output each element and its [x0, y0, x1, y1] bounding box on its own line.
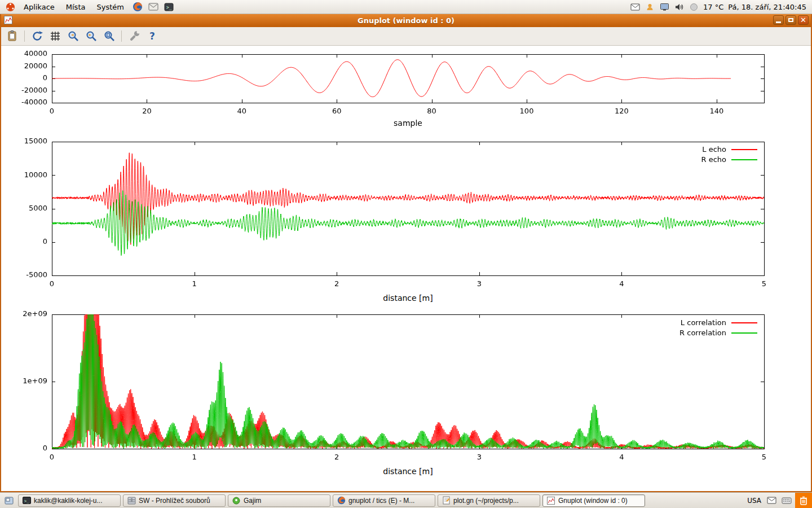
legend-label: R echo	[701, 156, 726, 164]
show-desktop-icon[interactable]	[2, 494, 16, 507]
gnuplot-toolbar: ?	[1, 27, 811, 46]
titlebar[interactable]: Gnuplot (window id : 0) ✕	[1, 14, 811, 27]
legend-label: L correlation	[681, 319, 726, 327]
distributor-logo-icon[interactable]	[5, 1, 16, 12]
toolbar-separator	[24, 30, 25, 42]
plot-area: sample L echo R echo distance [m] L corr…	[1, 46, 811, 491]
firefox-launcher-icon[interactable]	[132, 1, 143, 12]
legend-item: L correlation	[681, 319, 757, 327]
config-icon[interactable]	[126, 29, 142, 44]
taskbar-button-label: Gnuplot (window id : 0)	[558, 497, 641, 505]
editor-icon	[442, 496, 451, 505]
svg-text:>_: >_	[24, 499, 29, 503]
zoom-previous-icon[interactable]	[65, 29, 81, 44]
taskbar-tray: USA	[747, 496, 792, 506]
xlabel-sample: sample	[52, 119, 764, 128]
legend-label: L echo	[702, 146, 726, 154]
svg-text:>_: >_	[166, 5, 172, 10]
desktop: Aplikace Místa Systém >_	[0, 0, 812, 508]
weather-icon[interactable]	[689, 2, 699, 12]
gnome-top-panel: Aplikace Místa Systém >_	[0, 0, 812, 14]
minimize-button[interactable]	[773, 15, 784, 25]
replot-icon[interactable]	[29, 29, 45, 44]
legend-echo: L echo R echo	[701, 146, 757, 164]
panel-status-area: 17 °C Pá, 18. září, 21:40:45	[630, 2, 812, 12]
legend-line-sample	[731, 149, 757, 150]
screenshot-launcher-icon[interactable]: >_	[164, 1, 175, 12]
window-icon	[4, 16, 13, 25]
maximize-button[interactable]	[785, 15, 796, 25]
toolbar-separator	[121, 30, 122, 42]
legend-label: R correlation	[679, 329, 726, 337]
clock[interactable]: Pá, 18. září, 21:40:45	[728, 3, 806, 11]
keyboard-icon[interactable]	[782, 496, 792, 506]
firefox-icon	[337, 496, 346, 505]
volume-icon[interactable]	[674, 2, 684, 12]
taskbar-button-label: gnuplot / tics (E) - M...	[348, 497, 431, 505]
legend-line-sample	[731, 159, 757, 160]
maximize-icon	[788, 18, 793, 22]
keyboard-layout-indicator[interactable]: USA	[747, 497, 761, 505]
taskbar-button-gajim[interactable]: Gajim	[228, 494, 330, 507]
temperature-label[interactable]: 17 °C	[703, 3, 723, 11]
chart-signal-canvas[interactable]	[1, 47, 811, 122]
menu-places[interactable]: Místa	[61, 2, 90, 12]
help-icon[interactable]: ?	[144, 29, 160, 44]
presence-icon[interactable]	[645, 2, 655, 12]
window-controls: ✕	[773, 15, 809, 25]
mail-icon[interactable]	[630, 2, 640, 12]
zoom-next-icon[interactable]	[83, 29, 99, 44]
mail-notification-icon[interactable]	[766, 496, 776, 506]
legend-item: R correlation	[679, 329, 757, 337]
taskbar-button-terminal[interactable]: >_ kaklik@kaklik-kolej-u...	[18, 494, 121, 507]
taskbar-button-label: SW - Prohlížeč souborů	[139, 497, 222, 505]
minimize-icon	[776, 21, 781, 23]
close-button[interactable]: ✕	[798, 15, 809, 25]
gajim-icon	[232, 496, 241, 505]
close-icon: ✕	[800, 16, 806, 24]
gnuplot-icon	[546, 496, 555, 505]
taskbar-button-label: plot.gn (~/projects/p...	[453, 497, 536, 505]
legend-item: L echo	[702, 146, 757, 154]
copy-icon[interactable]	[5, 29, 20, 44]
file-manager-icon	[127, 496, 136, 505]
xlabel-distance: distance [m]	[52, 467, 764, 476]
chart-echo-canvas[interactable]	[1, 135, 811, 291]
display-icon[interactable]	[659, 2, 669, 12]
svg-text:?: ?	[149, 30, 155, 42]
taskbar-button-label: Gajim	[244, 497, 326, 505]
taskbar-button-label: kaklik@kaklik-kolej-u...	[34, 497, 117, 505]
zoom-autoscale-icon[interactable]	[102, 29, 117, 44]
taskbar-button-editor[interactable]: plot.gn (~/projects/p...	[438, 494, 540, 507]
legend-line-sample	[731, 322, 757, 323]
legend-correlation: L correlation R correlation	[679, 319, 757, 337]
taskbar-button-file-manager[interactable]: SW - Prohlížeč souborů	[123, 494, 226, 507]
grid-icon[interactable]	[47, 29, 63, 44]
mail-launcher-icon[interactable]	[148, 1, 159, 12]
legend-line-sample	[731, 332, 757, 334]
terminal-icon: >_	[22, 496, 31, 505]
legend-item: R echo	[701, 156, 757, 164]
gnome-taskbar: >_ kaklik@kaklik-kolej-u... SW - Prohlíž…	[0, 492, 812, 508]
gnuplot-window: Gnuplot (window id : 0) ✕	[0, 14, 812, 492]
window-title: Gnuplot (window id : 0)	[358, 16, 454, 25]
panel-left: Aplikace Místa Systém >_	[0, 1, 176, 12]
menu-applications[interactable]: Aplikace	[19, 2, 59, 12]
taskbar-button-gnuplot[interactable]: Gnuplot (window id : 0)	[542, 494, 645, 507]
trash-applet[interactable]	[795, 493, 812, 508]
xlabel-distance: distance [m]	[52, 294, 764, 303]
taskbar-button-firefox[interactable]: gnuplot / tics (E) - M...	[333, 494, 435, 507]
menu-system[interactable]: Systém	[92, 2, 128, 12]
